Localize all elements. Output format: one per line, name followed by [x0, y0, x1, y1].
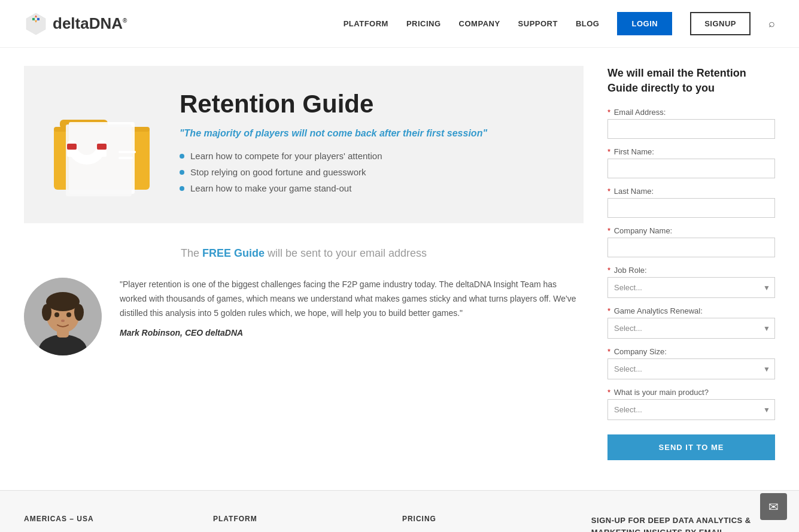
logo-icon — [24, 12, 48, 36]
main-product-select-wrap: Select... ▼ — [607, 399, 775, 420]
last-name-label: * Last Name: — [607, 187, 775, 196]
footer-signup: SIGN-UP FOR DEEP DATA ANALYTICS & MARKET… — [591, 515, 775, 532]
svg-marker-2 — [32, 18, 35, 20]
signup-button[interactable]: SIGNUP — [690, 12, 751, 35]
required-star-company: * — [607, 226, 610, 235]
nav-pricing[interactable]: PRICING — [406, 19, 441, 28]
footer-americas: AMERICAS – USA ⌂ 995 Market St, San Fran… — [24, 515, 177, 532]
required-star-lastname: * — [607, 187, 610, 196]
company-size-select-wrap: Select... ▼ — [607, 358, 775, 379]
required-star-mainproduct: * — [607, 388, 610, 397]
chat-bubble-button[interactable]: ✉ — [760, 493, 787, 520]
main-product-label: * What is your main product? — [607, 388, 775, 397]
testimonial-author: Mark Robinson, CEO deltaDNA — [120, 326, 584, 341]
job-role-label: * Job Role: — [607, 266, 775, 275]
email-label: * Email Address: — [607, 108, 775, 117]
hero-bullets: Learn how to compete for your players' a… — [180, 151, 487, 193]
main-product-group: * What is your main product? Select... ▼ — [607, 388, 775, 420]
company-size-select[interactable]: Select... — [607, 358, 775, 379]
nav-blog[interactable]: BLOG — [576, 19, 600, 28]
hero-quote: "The majority of players will not come b… — [180, 128, 487, 139]
job-role-select-wrap: Select... ▼ — [607, 277, 775, 298]
analytics-renewal-group: * Game Analytics Renewal: Select... ▼ — [607, 306, 775, 339]
analytics-renewal-select[interactable]: Select... — [607, 318, 775, 339]
bullet-dot-2 — [180, 170, 184, 175]
testimonial: "Player retention is one of the biggest … — [24, 278, 584, 355]
left-content: Retention Guide "The majority of players… — [24, 66, 584, 460]
svg-point-24 — [66, 312, 71, 317]
hero-box: Retention Guide "The majority of players… — [24, 66, 584, 223]
analytics-renewal-select-wrap: Select... ▼ — [607, 318, 775, 339]
svg-point-20 — [46, 292, 80, 311]
chat-icon: ✉ — [768, 500, 779, 514]
company-size-group: * Company Size: Select... ▼ — [607, 347, 775, 379]
send-button[interactable]: SEND IT TO ME — [607, 434, 775, 460]
search-icon[interactable]: ⌕ — [768, 17, 775, 30]
first-name-label: * First Name: — [607, 147, 775, 156]
company-size-label: * Company Size: — [607, 347, 775, 356]
last-name-group: * Last Name: — [607, 187, 775, 218]
job-role-group: * Job Role: Select... ▼ — [607, 266, 775, 298]
form-title: We will email the Retention Guide direct… — [607, 66, 775, 96]
nav-company[interactable]: COMPANY — [459, 19, 500, 28]
required-star-email: * — [607, 108, 610, 117]
required-star-companysize: * — [607, 347, 610, 356]
avatar-svg — [24, 278, 102, 355]
svg-point-21 — [42, 304, 51, 321]
bullet-dot-1 — [180, 154, 184, 159]
testimonial-quote: "Player retention is one of the biggest … — [120, 278, 584, 341]
main-wrapper: Retention Guide "The majority of players… — [0, 48, 799, 478]
footer-pricing-heading: PRICING — [402, 515, 555, 523]
nav-platform[interactable]: PLATFORM — [344, 19, 388, 28]
job-role-select[interactable]: Select... — [607, 277, 775, 298]
footer: AMERICAS – USA ⌂ 995 Market St, San Fran… — [0, 490, 799, 532]
main-nav: PLATFORM PRICING COMPANY SUPPORT BLOG LO… — [344, 12, 775, 35]
email-group: * Email Address: — [607, 108, 775, 139]
free-guide-text: The FREE Guide will be sent to your emai… — [24, 247, 584, 260]
bullet-dot-3 — [180, 186, 184, 191]
svg-point-25 — [61, 320, 65, 322]
avatar — [24, 278, 102, 355]
hero-title: Retention Guide — [180, 90, 487, 118]
hero-text: Retention Guide "The majority of players… — [180, 90, 487, 199]
logo[interactable]: deltaDNA® — [24, 12, 127, 36]
email-field[interactable] — [607, 119, 775, 139]
bullet-3: Learn how to make your game stand-out — [180, 183, 487, 193]
main-product-select[interactable]: Select... — [607, 399, 775, 420]
last-name-field[interactable] — [607, 198, 775, 218]
company-name-label: * Company Name: — [607, 226, 775, 235]
first-name-group: * First Name: — [607, 147, 775, 178]
company-name-group: * Company Name: — [607, 226, 775, 257]
svg-point-22 — [74, 304, 84, 321]
svg-marker-3 — [37, 18, 40, 20]
bullet-2: Stop relying on good fortune and guesswo… — [180, 167, 487, 177]
svg-rect-12 — [67, 144, 77, 150]
footer-pricing: PRICING Games Gambling — [402, 515, 555, 532]
required-star-analytics: * — [607, 306, 610, 315]
required-star-jobrole: * — [607, 266, 610, 275]
footer-platform-heading: PLATFORM — [213, 515, 366, 523]
footer-platform: PLATFORM Features Campaigns — [213, 515, 366, 532]
company-name-field[interactable] — [607, 238, 775, 257]
folder-icon — [48, 91, 156, 199]
svg-point-23 — [54, 312, 59, 317]
login-button[interactable]: LOGIN — [617, 12, 672, 35]
footer-signup-text: SIGN-UP FOR DEEP DATA ANALYTICS & MARKET… — [591, 515, 775, 532]
footer-americas-heading: AMERICAS – USA — [24, 515, 177, 523]
nav-support[interactable]: SUPPORT — [518, 19, 558, 28]
header: deltaDNA® PLATFORM PRICING COMPANY SUPPO… — [0, 0, 799, 48]
required-star-firstname: * — [607, 147, 610, 156]
right-form: We will email the Retention Guide direct… — [607, 66, 775, 460]
first-name-field[interactable] — [607, 159, 775, 178]
bullet-1: Learn how to compete for your players' a… — [180, 151, 487, 161]
logo-text: deltaDNA® — [53, 14, 127, 33]
analytics-renewal-label: * Game Analytics Renewal: — [607, 306, 775, 315]
svg-rect-13 — [97, 144, 107, 150]
